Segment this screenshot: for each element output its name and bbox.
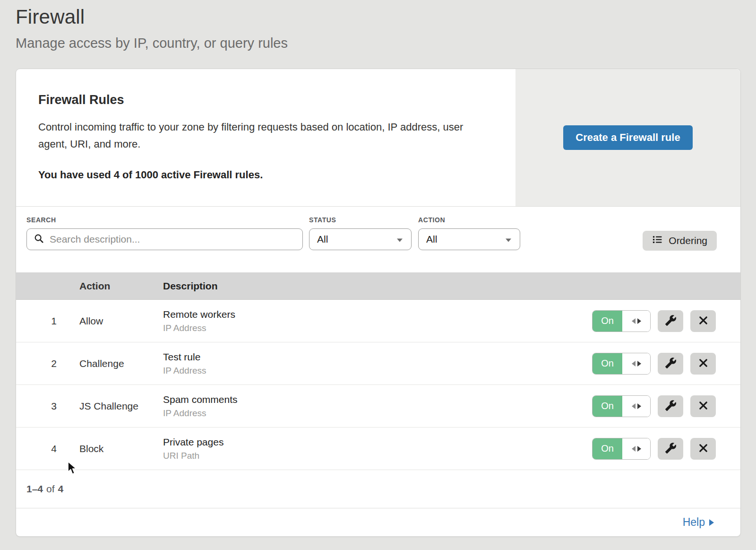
toggle-state-label: On xyxy=(593,396,622,417)
search-box[interactable] xyxy=(26,228,303,250)
page-header: Firewall Manage access by IP, country, o… xyxy=(0,0,756,51)
toggle-arrows-icon xyxy=(622,438,650,459)
rule-action: Challenge xyxy=(79,358,163,369)
pagination-total: 4 xyxy=(58,483,64,495)
rule-controls: On xyxy=(592,438,740,460)
toggle-state-label: On xyxy=(593,353,622,374)
search-filter-group: SEARCH xyxy=(26,216,303,250)
table-row: 2 Challenge Test rule IP Address On xyxy=(16,342,740,385)
action-filter-group: ACTION All xyxy=(418,216,520,250)
rule-enabled-toggle[interactable]: On xyxy=(592,310,651,332)
card-description: Control incoming traffic to your zone by… xyxy=(38,119,487,153)
rule-match-type: URI Path xyxy=(163,451,592,461)
rule-priority: 2 xyxy=(16,358,79,369)
delete-rule-button[interactable] xyxy=(690,353,716,375)
help-link[interactable]: Help xyxy=(683,516,714,529)
usage-summary: You have used 4 of 1000 active Firewall … xyxy=(38,169,487,181)
rule-description: Remote workers xyxy=(163,309,592,320)
edit-rule-button[interactable] xyxy=(658,310,683,332)
action-column-header: Action xyxy=(79,280,163,292)
rule-action: Allow xyxy=(79,315,163,327)
filters-bar: SEARCH STATUS All ACTION xyxy=(16,206,740,272)
search-input[interactable] xyxy=(49,233,296,245)
status-label: STATUS xyxy=(309,216,412,224)
toggle-arrows-icon xyxy=(622,353,650,374)
rule-enabled-toggle[interactable]: On xyxy=(592,438,651,460)
pagination-range: 1–4 xyxy=(26,483,43,495)
rule-controls: On xyxy=(592,310,740,332)
search-icon xyxy=(34,233,44,245)
wrench-icon xyxy=(665,357,677,370)
page-title: Firewall xyxy=(16,6,740,28)
close-icon xyxy=(698,400,709,412)
action-select[interactable]: All xyxy=(418,228,520,250)
chevron-down-icon xyxy=(396,234,404,245)
rule-match-type: IP Address xyxy=(163,366,592,376)
rule-match-type: IP Address xyxy=(163,323,592,333)
status-filter-group: STATUS All xyxy=(309,216,412,250)
delete-rule-button[interactable] xyxy=(690,395,716,417)
wrench-icon xyxy=(665,314,677,328)
rule-enabled-toggle[interactable]: On xyxy=(592,395,651,417)
rule-action: Block xyxy=(79,443,163,454)
card-footer: Help xyxy=(16,508,740,536)
wrench-icon xyxy=(665,400,677,413)
edit-rule-button[interactable] xyxy=(658,353,683,375)
page-subtitle: Manage access by IP, country, or query r… xyxy=(16,35,740,51)
rule-description: Spam comments xyxy=(163,394,592,405)
bulleted-list-icon xyxy=(652,234,663,247)
action-select-value: All xyxy=(426,234,437,245)
ordering-button-label: Ordering xyxy=(669,235,707,246)
rule-enabled-toggle[interactable]: On xyxy=(592,353,651,375)
help-link-label: Help xyxy=(683,516,705,529)
card-intro-section: Firewall Rules Control incoming traffic … xyxy=(16,69,740,206)
pagination: 1–4 of 4 xyxy=(16,470,740,508)
table-header: Action Description xyxy=(16,272,740,300)
rule-description: Private pages xyxy=(163,437,592,448)
rule-description-cell: Test rule IP Address xyxy=(163,351,592,376)
table-row: 4 Block Private pages URI Path On xyxy=(16,428,740,470)
toggle-state-label: On xyxy=(593,438,622,459)
card-intro-text: Firewall Rules Control incoming traffic … xyxy=(16,69,515,206)
rule-description-cell: Private pages URI Path xyxy=(163,437,592,461)
rule-action: JS Challenge xyxy=(79,401,163,412)
firewall-page: Firewall Manage access by IP, country, o… xyxy=(0,0,756,550)
table-row: 3 JS Challenge Spam comments IP Address … xyxy=(16,385,740,428)
search-label: SEARCH xyxy=(26,216,303,224)
rule-description-cell: Remote workers IP Address xyxy=(163,309,592,333)
close-icon xyxy=(698,315,709,327)
create-rule-panel: Create a Firewall rule xyxy=(515,69,740,206)
rule-priority: 1 xyxy=(16,315,79,327)
rule-controls: On xyxy=(592,395,740,417)
toggle-arrows-icon xyxy=(622,311,650,332)
close-icon xyxy=(698,443,709,455)
edit-rule-button[interactable] xyxy=(658,438,683,460)
rule-priority: 3 xyxy=(16,401,79,412)
close-icon xyxy=(698,358,709,370)
rule-match-type: IP Address xyxy=(163,408,592,419)
chevron-down-icon xyxy=(505,234,512,245)
delete-rule-button[interactable] xyxy=(690,310,716,332)
action-label: ACTION xyxy=(418,216,520,224)
rule-priority: 4 xyxy=(16,443,79,454)
rule-controls: On xyxy=(592,353,740,375)
toggle-state-label: On xyxy=(593,311,622,332)
right-triangle-icon xyxy=(709,519,714,526)
edit-rule-button[interactable] xyxy=(658,395,683,417)
wrench-icon xyxy=(665,442,677,455)
table-row: 1 Allow Remote workers IP Address On xyxy=(16,300,740,342)
status-select[interactable]: All xyxy=(309,228,412,250)
rule-description: Test rule xyxy=(163,351,592,363)
toggle-arrows-icon xyxy=(622,396,650,417)
status-select-value: All xyxy=(317,234,328,245)
ordering-button[interactable]: Ordering xyxy=(643,231,717,251)
pagination-of: of xyxy=(46,483,55,495)
card-heading: Firewall Rules xyxy=(38,93,487,107)
create-firewall-rule-button[interactable]: Create a Firewall rule xyxy=(563,125,692,150)
rule-description-cell: Spam comments IP Address xyxy=(163,394,592,419)
delete-rule-button[interactable] xyxy=(690,438,716,460)
firewall-rules-card: Firewall Rules Control incoming traffic … xyxy=(16,69,741,537)
description-column-header: Description xyxy=(163,280,740,292)
